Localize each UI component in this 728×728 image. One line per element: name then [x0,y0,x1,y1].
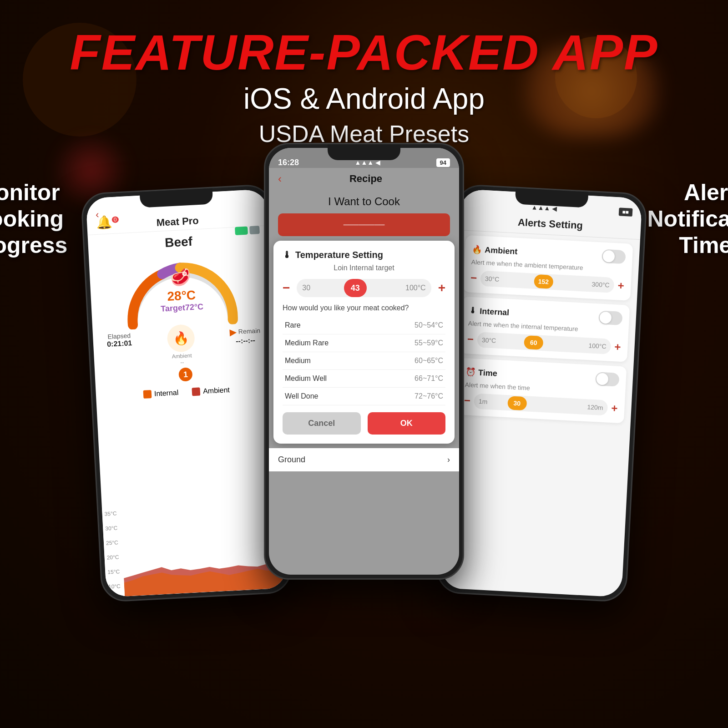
cancel-button[interactable]: Cancel [283,412,361,435]
y-axis-35: 35°C [104,510,117,517]
range-plus-0[interactable]: + [617,279,624,292]
doneness-name: Medium Well [283,370,379,388]
main-title: FEATURE-PACKED APP [70,27,658,77]
range-minus-1[interactable]: − [467,333,474,346]
dialog-title: 🌡 Temperature Setting [283,250,445,260]
alert-icon-0: 🔥 [472,244,482,255]
range-plus-1[interactable]: + [614,340,621,354]
center-screen: 16:28 ▲▲▲ ◀ 94 ‹ Recipe I Want to Cook ─… [269,148,459,575]
doneness-row[interactable]: Well Done72~76°C [283,388,445,405]
alert-icon-2: ⏰ [465,367,476,377]
temp-minus-button[interactable]: − [283,281,290,295]
legend-ambient: Ambient [192,386,230,396]
y-axis-25: 25°C [106,539,119,546]
left-screen: ‹ Meat Pro 🔔0 Beef [86,189,287,597]
chart-svg [120,497,288,596]
right-battery: ■■ [618,207,632,217]
range-minus-0[interactable]: − [470,272,477,285]
main-content: FEATURE-PACKED APP iOS & Android App Mon… [0,0,728,728]
dialog-buttons: Cancel OK [283,412,445,435]
internal-color [143,390,152,399]
range-track-1: 30°C 60 100°C [477,332,611,354]
alert-card-time: ⏰ Time Alert me when the time − 1m 30 12… [456,358,627,423]
doneness-name: Rare [283,317,379,334]
doneness-range: 55~59°C [379,334,445,352]
range-start-2: 1m [478,398,487,405]
bell-icon: 🔔0 [96,214,119,230]
right-label: Alert Notification Timer [637,143,728,258]
range-end-0: 300°C [592,280,610,288]
center-phone: 16:28 ▲▲▲ ◀ 94 ‹ Recipe I Want to Cook ─… [264,143,464,580]
doneness-row[interactable]: Medium Well66~71°C [283,370,445,388]
ok-button[interactable]: OK [368,412,446,435]
steak-icon: 🥩 [159,267,202,288]
ground-section: Ground › [269,448,459,471]
gauge-container: 🥩 28°C Target72°C [89,249,273,332]
alert-range-row-2: − 1m 30 120m + [464,393,618,416]
center-back-arrow[interactable]: ‹ [278,172,282,185]
ambient-color [192,387,201,396]
ambient-value: -- [180,359,184,365]
temperature-dialog: 🌡 Temperature Setting Loin Internal targ… [273,241,455,444]
subtitle: iOS & Android App [70,82,658,116]
ground-arrow: › [447,455,450,465]
phones-container: Monitor Cooking Progress ‹ Meat Pro 🔔0 [0,143,728,598]
alert-icon-1: 🌡 [469,306,477,316]
doneness-name: Medium [283,352,379,370]
remain-item: ▶ Remain --:--:-- [229,325,262,363]
alert-range-row-0: − 30°C 152 300°C + [470,270,624,294]
range-end-2: 120m [587,403,603,411]
legend: Internal Ambient [96,384,277,401]
center-nav: ‹ Recipe [269,168,459,190]
remain-label-wrap: ▶ Remain [229,325,260,337]
doneness-row[interactable]: Medium Rare55~59°C [283,334,445,352]
legend-internal: Internal [143,389,179,399]
remain-label: Remain [238,327,260,335]
temp-thumb[interactable]: 43 [344,279,367,297]
alert-cards-container: 🔥 Ambient Alert me when the ambient temp… [450,235,640,424]
ambient-label: Ambient [172,352,192,359]
dialog-subtitle: Loin Internal target [283,264,445,272]
thermometer-icon: 🌡 [283,250,292,260]
range-start-0: 30°C [485,275,500,283]
center-battery: 94 [436,158,450,167]
temp-slider-row: − 30 43 100°C + [283,279,445,297]
alert-toggle-0[interactable] [602,249,626,264]
doneness-name: Well Done [283,388,379,405]
range-thumb-1[interactable]: 60 [524,335,544,350]
ground-label: Ground [278,455,305,465]
doneness-range: 66~71°C [379,370,445,388]
alert-title-0: 🔥 Ambient [472,244,518,257]
y-axis-20: 20°C [106,554,119,561]
alert-toggle-2[interactable] [595,372,619,387]
status-dot-green [235,226,248,235]
gauge-inner: 🥩 28°C Target72°C [159,267,204,314]
temp-plus-button[interactable]: + [438,281,445,295]
doneness-table: Rare50~54°CMedium Rare55~59°CMedium60~65… [283,317,445,405]
doneness-row[interactable]: Rare50~54°C [283,317,445,334]
elapsed-remain: Elapsed 0:21:01 🔥 Ambient -- ▶ Remain --… [93,324,276,370]
range-track-0: 30°C 152 300°C [480,271,614,293]
range-thumb-2[interactable]: 30 [507,396,527,410]
ambient-legend-label: Ambient [203,386,230,395]
doneness-range: 60~65°C [379,352,445,370]
center-time: 16:28 [278,158,299,167]
temp-max-label: 100°C [405,284,426,292]
y-axis-30: 30°C [105,525,118,531]
chart-area: 35°C 30°C 25°C 20°C 15°C 10°C [102,497,288,597]
range-thumb-0[interactable]: 152 [534,274,554,289]
cook-question: How would you like your meat cooked? [283,304,445,312]
alert-card-ambient: 🔥 Ambient Alert me when the ambient temp… [463,235,633,301]
elapsed-item: Elapsed 0:21:01 [106,332,133,369]
doneness-row[interactable]: Medium60~65°C [283,352,445,370]
doneness-name: Medium Rare [283,334,379,352]
i-want-cook: I Want to Cook [269,190,459,213]
range-plus-2[interactable]: + [611,402,618,415]
left-label: Monitor Cooking Progress [0,143,91,258]
range-end-1: 100°C [588,342,607,350]
ambient-fire-icon: 🔥 [167,324,195,353]
range-minus-2[interactable]: − [464,394,470,407]
doneness-range: 50~54°C [379,317,445,334]
partial-red-button[interactable]: ──────── [278,213,450,236]
alert-toggle-1[interactable] [598,310,622,325]
